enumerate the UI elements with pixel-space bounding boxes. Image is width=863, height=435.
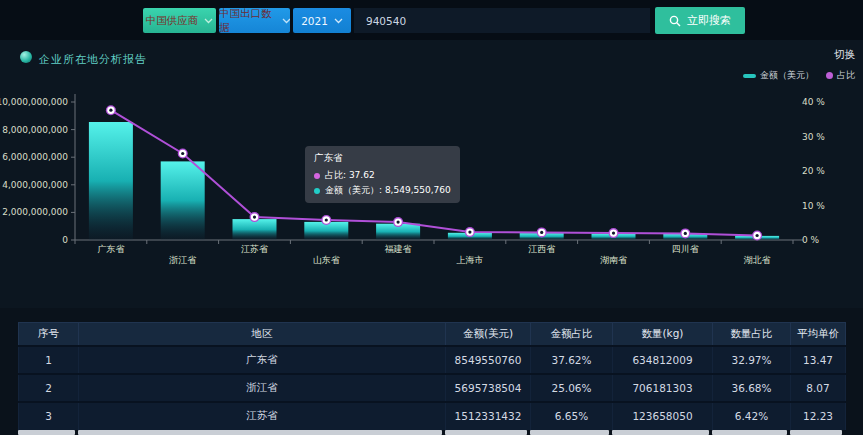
tooltip-title: 广东省 [314, 152, 451, 165]
ratio-dot-icon [314, 173, 320, 179]
partial-row-cell [18, 430, 75, 435]
year-dropdown-label: 2021 [301, 15, 328, 27]
svg-text:30 %: 30 % [802, 132, 825, 142]
tooltip-amount-row: 金额（美元）: 8,549,550,760 [314, 184, 451, 197]
table-cell: 12.23 [791, 402, 846, 430]
panel-bullet-icon [20, 51, 32, 63]
table-cell: 5695738504 [446, 374, 531, 402]
svg-text:20 %: 20 % [802, 166, 825, 176]
search-input[interactable] [354, 8, 650, 33]
svg-text:四川省: 四川省 [672, 244, 699, 254]
search-icon [669, 15, 681, 27]
legend-ratio-label: 占比 [837, 69, 855, 82]
svg-text:广东省: 广东省 [97, 244, 124, 254]
partial-row-cell [612, 430, 709, 435]
partial-next-row [18, 430, 845, 435]
tooltip-amount-text: 金额（美元）: 8,549,550,760 [325, 184, 451, 197]
table-cell: 3 [19, 402, 79, 430]
svg-text:6,000,000,000: 6,000,000,000 [2, 152, 68, 162]
search-button[interactable]: 立即搜索 [655, 7, 745, 34]
year-dropdown[interactable]: 2021 [293, 8, 351, 33]
chart-tooltip: 广东省 占比: 37.62 金额（美元）: 8,549,550,760 [305, 146, 460, 203]
column-header: 平均单价 [791, 323, 846, 346]
svg-text:山东省: 山东省 [313, 255, 340, 265]
svg-text:8,000,000,000: 8,000,000,000 [2, 125, 68, 135]
partial-row-cell [712, 430, 787, 435]
panel-title: 企业所在地分析报告 [39, 52, 147, 67]
table-cell: 25.06% [531, 374, 613, 402]
svg-text:湖南省: 湖南省 [600, 255, 627, 265]
svg-text:10 %: 10 % [802, 201, 825, 211]
table-cell: 2 [19, 374, 79, 402]
legend-item-ratio[interactable]: 占比 [826, 69, 855, 82]
data-type-dropdown-label: 中国出口数据 [219, 7, 276, 35]
svg-text:江苏省: 江苏省 [241, 244, 268, 254]
svg-text:2,000,000,000: 2,000,000,000 [2, 207, 68, 217]
table-cell: 广东省 [79, 346, 446, 374]
chart-legend: 金额（美元） 占比 [743, 69, 855, 82]
chevron-down-icon [204, 18, 213, 24]
column-header: 数量(kg) [613, 323, 713, 346]
switch-view-link[interactable]: 切换 [834, 48, 855, 62]
table-header-row: 序号地区金额(美元)金额占比数量(kg)数量占比平均单价 [19, 323, 846, 346]
svg-text:4,000,000,000: 4,000,000,000 [2, 180, 68, 190]
svg-text:上海市: 上海市 [456, 255, 483, 265]
svg-text:10,000,000,000: 10,000,000,000 [0, 97, 68, 107]
table-row[interactable]: 1广东省854955076037.62%63481200932.97%13.47 [19, 346, 846, 374]
column-header: 序号 [19, 323, 79, 346]
svg-text:江西省: 江西省 [528, 244, 555, 254]
svg-text:福建省: 福建省 [385, 244, 412, 254]
supplier-dropdown-label: 中国供应商 [146, 14, 199, 28]
table-cell: 8.07 [791, 374, 846, 402]
svg-text:0 %: 0 % [802, 235, 820, 245]
table-row[interactable]: 2浙江省569573850425.06%70618130336.68%8.07 [19, 374, 846, 402]
table-cell: 8549550760 [446, 346, 531, 374]
table-cell: 706181303 [613, 374, 713, 402]
svg-text:0: 0 [62, 235, 68, 245]
search-button-label: 立即搜索 [687, 13, 731, 28]
svg-text:浙江省: 浙江省 [168, 255, 196, 265]
table-cell: 123658050 [613, 402, 713, 430]
svg-text:湖北省: 湖北省 [744, 255, 771, 265]
data-type-dropdown[interactable]: 中国出口数据 [219, 8, 290, 33]
chevron-down-icon [334, 18, 343, 24]
table-cell: 1 [19, 346, 79, 374]
column-header: 数量占比 [713, 323, 791, 346]
column-header: 地区 [79, 323, 446, 346]
line-series-swatch-icon [826, 72, 833, 79]
table-cell: 6.42% [713, 402, 791, 430]
table-cell: 36.68% [713, 374, 791, 402]
table-cell: 6.65% [531, 402, 613, 430]
bar-series-swatch-icon [743, 74, 756, 78]
table-cell: 江苏省 [79, 402, 446, 430]
region-analysis-panel: 企业所在地分析报告 切换 金额（美元） 占比 02,000,000,0004,0… [0, 40, 863, 308]
column-header: 金额(美元) [446, 323, 531, 346]
chevron-down-icon [282, 18, 290, 24]
partial-row-cell [790, 430, 842, 435]
table-cell: 634812009 [613, 346, 713, 374]
svg-text:40 %: 40 % [802, 97, 825, 107]
table-cell: 32.97% [713, 346, 791, 374]
legend-amount-label: 金额（美元） [760, 69, 814, 82]
legend-item-amount[interactable]: 金额（美元） [743, 69, 814, 82]
partial-row-cell [530, 430, 609, 435]
table-row[interactable]: 3江苏省15123314326.65%1236580506.42%12.23 [19, 402, 846, 430]
data-table: 序号地区金额(美元)金额占比数量(kg)数量占比平均单价 1广东省8549550… [18, 322, 846, 430]
table-cell: 13.47 [791, 346, 846, 374]
table-cell: 1512331432 [446, 402, 531, 430]
column-header: 金额占比 [531, 323, 613, 346]
supplier-dropdown[interactable]: 中国供应商 [143, 8, 216, 33]
table-cell: 37.62% [531, 346, 613, 374]
top-search-bar: 中国供应商 中国出口数据 2021 立即搜索 [0, 0, 863, 40]
tooltip-ratio-row: 占比: 37.62 [314, 169, 451, 182]
tooltip-ratio-text: 占比: 37.62 [325, 169, 375, 182]
table-cell: 浙江省 [79, 374, 446, 402]
amount-dot-icon [314, 188, 320, 194]
partial-row-cell [445, 430, 527, 435]
region-data-table: 序号地区金额(美元)金额占比数量(kg)数量占比平均单价 1广东省8549550… [18, 322, 845, 430]
partial-row-cell [78, 430, 442, 435]
